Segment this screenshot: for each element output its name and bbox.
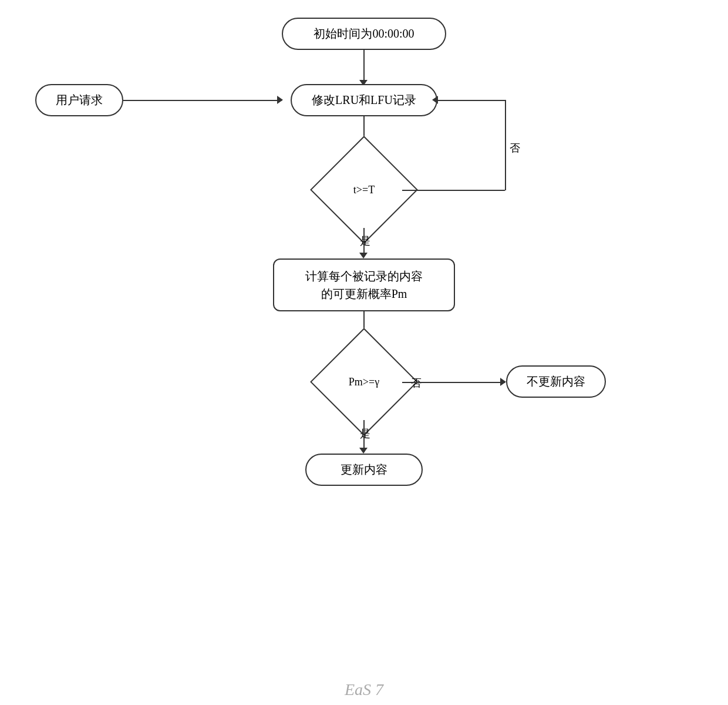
calculate-node: 计算每个被记录的内容 的可更新概率Pm	[273, 258, 455, 311]
arrow-no2-horizontal	[402, 382, 505, 383]
arrowhead-user-to-modify	[277, 96, 283, 104]
modify-node: 修改LRU和LFU记录	[291, 84, 437, 116]
flowchart-diagram: 初始时间为00:00:00 用户请求 修改LRU和LFU记录 t>=T 是 否 …	[0, 0, 728, 705]
no-update-node: 不更新内容	[506, 365, 606, 398]
arrowhead-no2	[500, 378, 506, 386]
condition2-node: Pm>=γ	[326, 344, 402, 420]
arrow-no1-horizontal-back	[437, 100, 505, 101]
condition2-label: Pm>=γ	[349, 376, 379, 388]
arrowhead-cond1-to-calc	[359, 253, 368, 258]
arrow-no1-horizontal	[402, 190, 505, 191]
yes-label-2: 是	[360, 427, 370, 441]
no-label-1: 否	[510, 141, 520, 155]
no-label-2: 否	[411, 376, 422, 390]
condition1-node: t>=T	[326, 152, 402, 228]
arrow-start-to-modify	[363, 50, 365, 82]
arrowhead-cond2-to-update	[359, 448, 368, 454]
condition1-label: t>=T	[353, 184, 375, 196]
start-node: 初始时间为00:00:00	[282, 18, 446, 50]
update-node: 更新内容	[305, 454, 423, 486]
arrow-no1-vertical-down	[505, 100, 506, 190]
arrow-user-to-modify	[123, 100, 282, 101]
arrowhead-no1-back	[432, 96, 438, 104]
watermark: EaS 7	[345, 680, 383, 699]
yes-label-1: 是	[360, 234, 370, 248]
user-request-node: 用户请求	[35, 84, 123, 116]
